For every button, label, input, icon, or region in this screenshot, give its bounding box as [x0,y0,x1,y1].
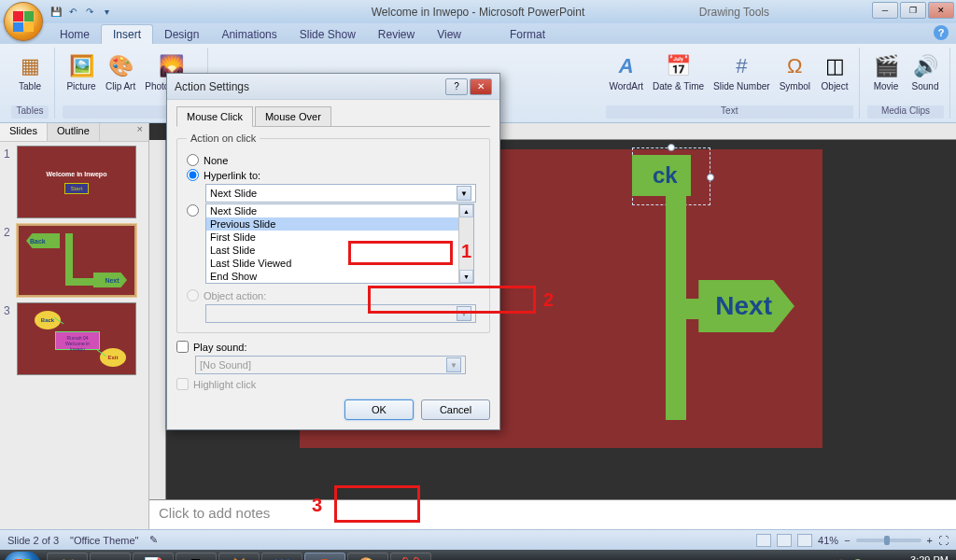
ok-button[interactable]: OK [344,399,414,420]
thumbnail-3[interactable]: 3 Back Rumah 04Welcome inInwepo Exit [4,302,145,375]
hyperlink-listbox[interactable]: Next Slide Previous Slide First Slide La… [205,203,474,284]
tab-insert[interactable]: Insert [101,24,153,44]
action-on-click-fieldset: Action on click None Hyperlink to: Next … [176,133,490,333]
group-label: Media Clips [867,105,944,119]
zoom-in-icon[interactable]: + [927,535,933,546]
vertical-ruler [149,140,166,499]
zoom-value: 41% [818,535,838,546]
radio-object [187,289,199,301]
group-label: Tables [11,105,49,119]
taskbar: 📁 ◼ 📝 🖩 🦊 W P 🎨 ✂️ ▴ 🏴 🔋 ▲ 🔈 3:29 PM9/6/… [0,550,956,560]
clipart-button[interactable]: 🎨Clip Art [102,49,139,93]
thumbnail-2[interactable]: 2 Back Next [4,224,145,297]
option-none[interactable]: None [187,154,480,166]
sound-button[interactable]: 🔊Sound [907,49,944,93]
qat-dropdown-icon[interactable]: ▾ [99,4,114,19]
task-word[interactable]: W [261,553,302,561]
normal-view-icon[interactable] [756,534,771,547]
task-notepadpp[interactable]: 📝 [133,553,174,561]
tab-slideshow[interactable]: Slide Show [288,25,367,44]
next-shape[interactable]: Next [698,280,794,332]
office-button[interactable] [4,2,43,41]
hyperlink-combo[interactable]: Next Slide▼ [205,184,476,203]
next-arrow: Next [93,273,127,287]
tray-clock[interactable]: 3:29 PM9/6/2019 [908,554,949,561]
restore-button[interactable]: ❐ [900,2,926,19]
task-explorer[interactable]: 📁 [47,553,88,561]
tab-review[interactable]: Review [367,25,426,44]
dialog-titlebar[interactable]: Action Settings ? ✕ [167,74,499,100]
slide1-title: Welcome in Inwepo [47,171,107,177]
task-xampp[interactable]: ◼ [90,553,131,561]
tab-design[interactable]: Design [153,25,210,44]
task-snipping[interactable]: ✂️ [390,553,431,561]
start-button[interactable] [4,552,41,561]
quick-access-toolbar: 💾 ↶ ↷ ▾ [49,4,114,19]
tab-format[interactable]: Format [499,25,556,44]
slide-number: 2 [4,224,17,297]
task-powerpoint[interactable]: P [304,553,345,561]
action-settings-dialog: Action Settings ? ✕ Mouse Click Mouse Ov… [166,73,500,430]
panel-tab-outline[interactable]: Outline [48,123,100,141]
redo-icon[interactable]: ↷ [82,4,97,19]
list-item[interactable]: Previous Slide [206,217,473,231]
help-icon[interactable]: ? [934,25,949,40]
dialog-tab-mouseover[interactable]: Mouse Over [255,106,331,127]
panel-close-icon[interactable]: × [132,123,148,141]
ribbon-tabs: Home Insert Design Animations Slide Show… [0,23,956,44]
tab-view[interactable]: View [426,25,472,44]
slideshow-view-icon[interactable] [797,534,812,547]
slidenumber-button[interactable]: #Slide Number [710,49,774,93]
picture-button[interactable]: 🖼️Picture [63,49,100,93]
close-button[interactable]: ✕ [928,2,954,19]
fit-icon[interactable]: ⛶ [938,535,949,546]
table-button[interactable]: ▦Table [11,49,49,93]
list-item[interactable]: Last Slide [206,244,473,257]
task-firefox[interactable]: 🦊 [218,553,260,561]
panel-tab-slides[interactable]: Slides [0,123,48,141]
contextual-tab-label: Drawing Tools [699,6,769,19]
dialog-help-button[interactable]: ? [445,78,468,95]
radio-hyperlink[interactable] [187,169,199,181]
exit-ellipse: Exit [100,348,126,367]
list-item[interactable]: First Slide [206,231,473,244]
list-item[interactable]: End Show [206,270,473,283]
undo-icon[interactable]: ↶ [65,4,80,19]
titlebar: 💾 ↶ ↷ ▾ Welcome in Inwepo - Microsoft Po… [0,0,956,23]
system-tray: ▴ 🏴 🔋 ▲ 🔈 3:29 PM9/6/2019 [818,554,952,561]
slide-number: 1 [4,146,17,218]
minimize-button[interactable]: ─ [872,2,898,19]
option-hyperlink[interactable]: Hyperlink to: [187,169,480,181]
radio-run[interactable] [187,204,199,217]
tab-animations[interactable]: Animations [210,25,288,44]
checkbox-play-sound[interactable] [176,341,189,353]
back-shape[interactable]: ck [632,155,691,196]
sorter-view-icon[interactable] [777,534,792,547]
task-calculator[interactable]: 🖩 [176,553,217,561]
list-item[interactable]: Last Slide Viewed [206,257,473,270]
thumbnail-1[interactable]: 1 Welcome in Inwepo Start [4,146,145,218]
movie-button[interactable]: 🎬Movie [867,49,905,93]
dialog-close-button[interactable]: ✕ [470,78,492,95]
dropdown-icon: ▼ [457,306,471,321]
task-paint[interactable]: 🎨 [347,553,388,561]
spellcheck-icon[interactable]: ✎ [149,534,158,546]
save-icon[interactable]: 💾 [49,4,63,19]
zoom-slider[interactable] [856,539,921,542]
radio-none[interactable] [187,154,199,166]
play-sound-row[interactable]: Play sound: [176,341,490,353]
zoom-out-icon[interactable]: − [844,535,850,546]
symbol-button[interactable]: ΩSymbol [776,49,814,93]
option-object-action: Object action: [187,289,480,301]
tab-home[interactable]: Home [49,25,101,44]
object-button[interactable]: ◫Object [816,49,853,93]
cancel-button[interactable]: Cancel [421,399,490,420]
back-arrow: Back [26,233,60,248]
dialog-tab-mouseclick[interactable]: Mouse Click [176,106,253,127]
notes-pane[interactable]: Click to add notes [149,499,956,529]
list-item[interactable]: Next Slide [206,204,473,217]
dropdown-icon[interactable]: ▼ [457,186,471,201]
datetime-button[interactable]: 📅Date & Time [649,49,708,93]
wordart-button[interactable]: AWordArt [606,49,648,93]
object-action-combo: ▼ [205,304,476,323]
